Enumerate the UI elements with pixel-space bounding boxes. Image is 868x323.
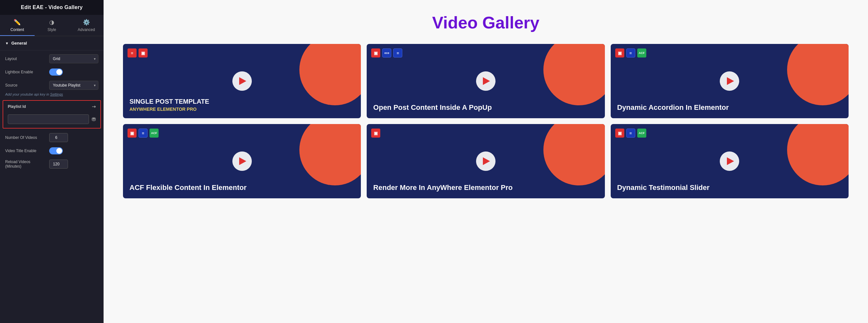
card-badge-cam-2: ▣ [371, 48, 380, 58]
tab-content[interactable]: ✏️ Content [0, 15, 35, 36]
card-badge-cam-4: ▣ [127, 129, 136, 138]
card-badge-ie-6: ≡ [626, 129, 635, 138]
card-bg-circle-6 [787, 124, 848, 185]
video-card-5[interactable]: ▣ Render More In AnyWhere Elementor Pro [367, 124, 604, 198]
card-badge-acf-6: ACF [637, 129, 646, 138]
reload-videos-row: Reload Videos (Minutes) [0, 157, 103, 171]
card-bg-circle-2 [544, 44, 605, 105]
source-control: Youtube Playlist Vimeo Self Hosted [49, 81, 98, 90]
card-badge-ie-4: ≡ [138, 129, 148, 138]
video-card-4[interactable]: ▣ ≡ ACF ACF Flexible Content In Elemento… [123, 124, 361, 198]
pencil-icon: ✏️ [13, 19, 21, 26]
card-icons-5: ▣ [371, 129, 380, 138]
layout-label: Layout [5, 57, 46, 61]
tab-advanced-label: Advanced [78, 28, 95, 32]
card-text-5: Render More In AnyWhere Elementor Pro [373, 183, 513, 192]
card-title-3: Dynamic Accordion In Elementor [617, 103, 729, 112]
video-card-inner-2: ▣ ece ≡ Open Post Content Inside A PopUp [367, 44, 604, 118]
play-button-5[interactable] [476, 151, 495, 171]
sidebar-title: Edit EAE - Video Gallery [0, 0, 103, 15]
tab-content-label: Content [10, 28, 24, 32]
card-icons-6: ▣ ≡ ACF [615, 129, 646, 138]
play-button-3[interactable] [720, 71, 739, 91]
video-title-control [49, 147, 98, 154]
playlist-id-input-wrap: ⛃ [3, 112, 100, 128]
api-key-note-text: Add your youtube api key in [5, 93, 50, 96]
gear-icon: ⚙️ [83, 19, 90, 26]
card-icons-2: ▣ ece ≡ [371, 48, 402, 58]
card-icons-3: ▣ ≡ ACF [615, 48, 646, 58]
card-badge-ie-2: ≡ [393, 48, 402, 58]
playlist-id-section: Playlist Id ⇢ ⛃ [3, 100, 101, 129]
num-videos-row: Number Of Videos [0, 131, 103, 145]
card-subtitle-1: ANYWHERE ELEMENTOR PRO [129, 107, 209, 112]
video-title-toggle[interactable] [49, 147, 63, 154]
play-button-4[interactable] [232, 151, 252, 171]
video-card-inner-3: ▣ ≡ ACF Dynamic Accordion In Elementor [611, 44, 848, 118]
layout-control: Grid List Masonry [49, 54, 98, 63]
card-badge-cam-6: ▣ [615, 129, 624, 138]
num-videos-label: Number Of Videos [5, 135, 46, 140]
video-title-toggle-wrap [49, 147, 63, 154]
card-bg-circle-3 [787, 44, 848, 105]
play-button-1[interactable] [232, 71, 252, 91]
card-title-5: Render More In AnyWhere Elementor Pro [373, 183, 513, 192]
num-videos-control [49, 133, 98, 142]
video-card-inner-5: ▣ Render More In AnyWhere Elementor Pro [367, 124, 604, 198]
video-card-3[interactable]: ▣ ≡ ACF Dynamic Accordion In Elementor [611, 44, 848, 118]
general-section-header[interactable]: ▼ General [0, 36, 103, 49]
lightbox-label: Lightbox Enable [5, 70, 46, 74]
card-badge-cam-5: ▣ [371, 129, 380, 138]
layout-select[interactable]: Grid List Masonry [49, 54, 98, 63]
play-button-2[interactable] [476, 71, 495, 91]
card-badge-ie-3: ≡ [626, 48, 635, 58]
card-icons-4: ▣ ≡ ACF [127, 129, 159, 138]
num-videos-input[interactable] [49, 133, 68, 142]
card-title-6: Dynamic Testimonial Slider [617, 183, 710, 192]
sidebar-content: ▼ General Layout Grid List Masonry Light… [0, 36, 103, 323]
card-title-2: Open Post Content Inside A PopUp [373, 103, 492, 112]
video-grid: ≡ ▣ SINGLE POST TEMPLATE ANYWHERE ELEMEN… [123, 44, 848, 198]
gallery-title: Video Gallery [123, 13, 848, 32]
card-text-6: Dynamic Testimonial Slider [617, 183, 710, 192]
settings-link[interactable]: Settings [50, 93, 63, 96]
video-card-6[interactable]: ▣ ≡ ACF Dynamic Testimonial Slider [611, 124, 848, 198]
divider-1 [0, 50, 103, 50]
video-card-1[interactable]: ≡ ▣ SINGLE POST TEMPLATE ANYWHERE ELEMEN… [123, 44, 361, 118]
halfcircle-icon: ◑ [49, 19, 54, 26]
collapse-arrow-icon: ▼ [5, 41, 9, 45]
card-icons-1: ≡ ▣ [127, 48, 148, 58]
source-select[interactable]: Youtube Playlist Vimeo Self Hosted [49, 81, 98, 90]
card-text-4: ACF Flexible Content In Elementor [129, 183, 247, 192]
reload-videos-input[interactable] [49, 159, 68, 169]
reload-videos-label: Reload Videos (Minutes) [5, 159, 46, 169]
lightbox-row: Lightbox Enable [0, 66, 103, 78]
sidebar-tabs: ✏️ Content ◑ Style ⚙️ Advanced [0, 15, 103, 36]
card-bg-circle-4 [299, 124, 361, 185]
api-key-note: Add your youtube api key in Settings [0, 93, 103, 99]
card-badge-cam-3: ▣ [615, 48, 624, 58]
main-content: Video Gallery ≡ ▣ SINGLE POST TEMPLATE A… [103, 0, 868, 323]
playlist-id-input[interactable] [8, 114, 89, 124]
lightbox-toggle[interactable] [49, 69, 63, 76]
tab-advanced[interactable]: ⚙️ Advanced [69, 15, 103, 36]
card-badge-cam-1: ▣ [138, 48, 148, 58]
video-card-inner-1: ≡ ▣ SINGLE POST TEMPLATE ANYWHERE ELEMEN… [123, 44, 361, 118]
play-button-6[interactable] [720, 151, 739, 171]
database-icon[interactable]: ⛃ [92, 116, 96, 122]
link-icon[interactable]: ⇢ [92, 104, 96, 109]
playlist-id-header: Playlist Id ⇢ [3, 101, 100, 112]
video-card-inner-4: ▣ ≡ ACF ACF Flexible Content In Elemento… [123, 124, 361, 198]
sidebar: Edit EAE - Video Gallery ✏️ Content ◑ St… [0, 0, 103, 323]
layout-row: Layout Grid List Masonry [0, 52, 103, 66]
video-card-2[interactable]: ▣ ece ≡ Open Post Content Inside A PopUp [367, 44, 604, 118]
card-badge-ece-2: ece [382, 48, 391, 58]
tab-style[interactable]: ◑ Style [35, 15, 69, 36]
layout-select-wrapper: Grid List Masonry [49, 54, 98, 63]
tab-style-label: Style [48, 28, 56, 32]
lightbox-control [49, 69, 98, 76]
source-label: Source [5, 83, 46, 87]
card-badge-acf-3: ACF [637, 48, 646, 58]
card-title-1: SINGLE POST TEMPLATE [129, 98, 209, 105]
video-title-row: Video Title Enable [0, 145, 103, 157]
